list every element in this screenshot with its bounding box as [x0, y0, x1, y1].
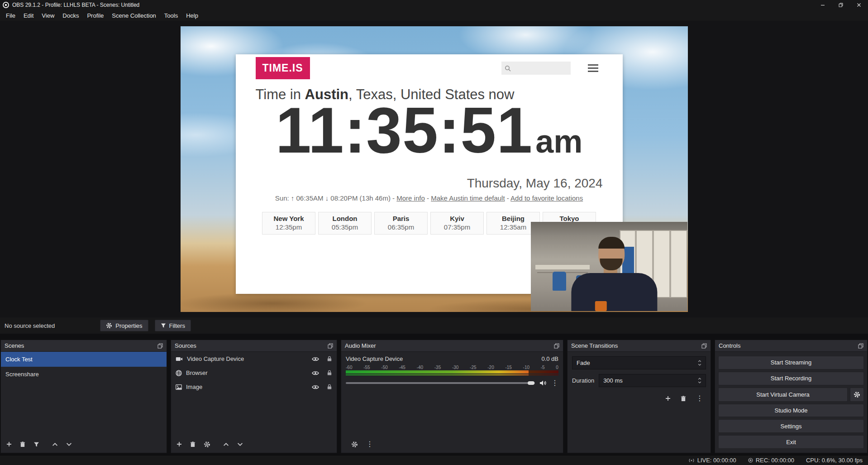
- chevron-up-icon: [698, 378, 701, 380]
- scene-transitions-panel-header[interactable]: Scene Transitions: [568, 340, 711, 352]
- world-clock-cell: Kyiv07:35pm: [430, 212, 484, 235]
- webcam-overlay-source[interactable]: [531, 222, 687, 311]
- volume-slider[interactable]: [346, 380, 535, 386]
- audio-mixer-panel-header[interactable]: Audio Mixer: [341, 340, 563, 352]
- duration-spinbox[interactable]: 300 ms: [599, 374, 706, 387]
- remove-source-button[interactable]: [190, 441, 196, 447]
- source-row-video-capture[interactable]: Video Capture Device: [171, 352, 337, 366]
- scene-filters-button[interactable]: [33, 441, 39, 447]
- start-streaming-button[interactable]: Start Streaming: [718, 356, 864, 369]
- mixer-menu-kebab-icon[interactable]: ⋮: [366, 441, 373, 448]
- menu-edit[interactable]: Edit: [19, 11, 38, 20]
- restore-button[interactable]: [832, 0, 850, 10]
- source-label: Video Capture Device: [187, 355, 308, 362]
- speaker-mute-icon[interactable]: [539, 380, 547, 386]
- cpu-fps-status: CPU: 0.6%, 30.00 fps: [806, 457, 863, 464]
- timeis-sun-line: Sun: ↑ 06:35AM ↓ 08:20PM (13h 46m) - Mor…: [256, 194, 603, 202]
- visibility-eye-icon[interactable]: [312, 370, 319, 376]
- start-recording-button[interactable]: Start Recording: [718, 372, 864, 385]
- chevron-down-icon: [698, 381, 701, 384]
- exit-button[interactable]: Exit: [718, 435, 864, 449]
- menu-tools[interactable]: Tools: [160, 11, 182, 20]
- close-button[interactable]: [850, 0, 868, 10]
- scene-item-screenshare[interactable]: Screenshare: [1, 367, 167, 382]
- visibility-eye-icon[interactable]: [312, 356, 319, 362]
- filters-button[interactable]: Filters: [155, 320, 191, 331]
- mixer-source-kebab-icon[interactable]: ⋮: [551, 379, 558, 387]
- start-virtual-camera-button[interactable]: Start Virtual Camera: [718, 388, 848, 402]
- popout-dock-icon[interactable]: [157, 343, 163, 349]
- preview-area: TIME.IS Time in Austin, Texas, United St…: [0, 21, 868, 317]
- menu-view[interactable]: View: [38, 11, 58, 20]
- scene-canvas[interactable]: TIME.IS Time in Austin, Texas, United St…: [181, 26, 688, 312]
- volume-slider-handle[interactable]: [528, 381, 534, 385]
- scenes-panel-header[interactable]: Scenes: [1, 340, 167, 352]
- move-scene-down-button[interactable]: [66, 442, 72, 446]
- minimize-button[interactable]: [814, 0, 832, 10]
- virtual-camera-config-button[interactable]: [850, 388, 864, 402]
- controls-panel-title: Controls: [719, 342, 740, 349]
- popout-dock-icon[interactable]: [328, 343, 333, 349]
- menu-profile[interactable]: Profile: [83, 11, 108, 20]
- source-context-toolbar: No source selected Properties Filters: [0, 317, 868, 334]
- timeis-logo: TIME.IS: [256, 57, 310, 79]
- advanced-audio-gear-icon[interactable]: [351, 441, 358, 448]
- popout-dock-icon[interactable]: [858, 343, 863, 349]
- properties-button[interactable]: Properties: [100, 320, 148, 331]
- add-scene-button[interactable]: [6, 441, 12, 447]
- spin-arrows[interactable]: [698, 378, 701, 384]
- audio-mixer-panel: Audio Mixer Video Capture Device 0.0 dB …: [341, 340, 563, 453]
- add-source-button[interactable]: [176, 441, 182, 447]
- transition-value: Fade: [577, 360, 590, 366]
- office-chair: [553, 272, 566, 291]
- source-properties-gear-icon[interactable]: [204, 441, 210, 448]
- title-bar[interactable]: OBS 29.1.2 - Profile: LLHLS BETA - Scene…: [0, 0, 868, 10]
- orange-object: [595, 301, 606, 311]
- menu-docks[interactable]: Docks: [58, 11, 83, 20]
- broadcast-icon: [688, 458, 695, 463]
- transition-select[interactable]: Fade: [572, 356, 706, 369]
- lock-icon[interactable]: [327, 370, 332, 376]
- clock-ampm: am: [535, 123, 582, 159]
- sources-panel-header[interactable]: Sources: [171, 340, 337, 352]
- window-title: OBS 29.1.2 - Profile: LLHLS BETA - Scene…: [12, 2, 139, 8]
- transitions-toolbar: ⋮: [572, 395, 706, 402]
- popout-dock-icon[interactable]: [701, 343, 707, 349]
- source-row-browser[interactable]: Browser: [171, 366, 337, 380]
- controls-panel-header[interactable]: Controls: [715, 340, 867, 352]
- add-transition-button[interactable]: [665, 395, 671, 402]
- popout-dock-icon[interactable]: [554, 343, 559, 349]
- audio-mixer-toolbar: ⋮: [346, 436, 558, 453]
- world-clock-cell: New York12:35pm: [262, 212, 315, 235]
- remove-transition-button[interactable]: [681, 395, 686, 402]
- scene-item-clock-test[interactable]: Clock Test: [1, 352, 167, 367]
- rec-status: REC: 00:00:00: [748, 457, 794, 464]
- duration-label: Duration: [572, 377, 594, 384]
- settings-button[interactable]: Settings: [718, 419, 864, 433]
- studio-mode-button[interactable]: Studio Mode: [718, 404, 864, 417]
- lock-icon[interactable]: [327, 356, 332, 362]
- transition-properties-kebab-icon[interactable]: ⋮: [696, 395, 703, 402]
- move-scene-up-button[interactable]: [52, 442, 58, 446]
- record-icon: [748, 458, 753, 463]
- image-icon: [176, 384, 182, 390]
- move-source-up-button[interactable]: [223, 442, 229, 446]
- lock-icon[interactable]: [327, 384, 332, 390]
- source-row-image[interactable]: Image: [171, 380, 337, 394]
- remove-scene-button[interactable]: [20, 441, 25, 447]
- source-label: Browser: [186, 369, 308, 376]
- more-info-link: More info: [396, 194, 425, 202]
- menu-help[interactable]: Help: [182, 11, 202, 20]
- menu-scene-collection[interactable]: Scene Collection: [108, 11, 160, 20]
- world-clock-cell: London05:35pm: [318, 212, 372, 235]
- video-capture-icon: [176, 356, 183, 362]
- chevron-down-icon: [698, 364, 701, 366]
- menu-file[interactable]: File: [2, 11, 19, 20]
- move-source-down-button[interactable]: [237, 442, 243, 446]
- live-status: LIVE: 00:00:00: [688, 457, 736, 464]
- controls-panel: Controls Start Streaming Start Recording…: [715, 340, 868, 453]
- no-source-selected-text: No source selected: [5, 322, 55, 329]
- combo-arrows: [698, 360, 701, 366]
- meter-scale: -60-55-50-45-40-35-30-25-20-15-10-50: [346, 365, 558, 370]
- visibility-eye-icon[interactable]: [312, 384, 319, 390]
